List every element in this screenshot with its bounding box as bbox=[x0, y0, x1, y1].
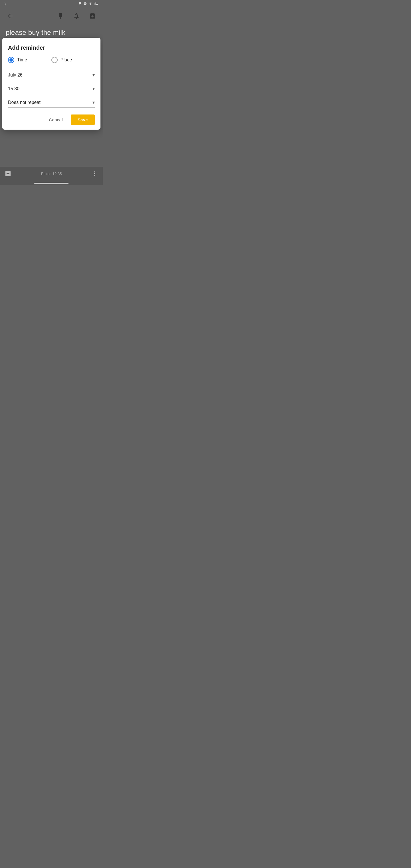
radio-time-circle bbox=[8, 57, 14, 63]
status-bar: ) bbox=[0, 0, 103, 8]
add-reminder-dialog: Add reminder Time Place July 26 ▾ bbox=[2, 38, 100, 130]
page: ) bbox=[0, 0, 103, 217]
top-bar-left bbox=[5, 10, 16, 22]
time-display: ) bbox=[5, 2, 6, 6]
time-dropdown[interactable]: 15:30 ▾ bbox=[8, 83, 95, 94]
top-bar-right bbox=[55, 10, 98, 22]
donotdisturb-icon bbox=[83, 2, 87, 6]
location-icon bbox=[78, 2, 82, 6]
cancel-button[interactable]: Cancel bbox=[43, 115, 68, 125]
repeat-dropdown[interactable]: Does not repeat ▾ bbox=[8, 96, 95, 107]
note-title: please buy the milk bbox=[6, 29, 97, 36]
bottom-bar: Edited 12:35 bbox=[0, 167, 103, 181]
radio-option-place[interactable]: Place bbox=[51, 57, 95, 63]
status-bar-left: ) bbox=[5, 2, 6, 6]
save-button[interactable]: Save bbox=[71, 115, 95, 125]
dialog-title: Add reminder bbox=[8, 44, 95, 51]
wifi-icon bbox=[89, 2, 92, 6]
add-item-button[interactable] bbox=[5, 170, 11, 177]
radio-place-circle bbox=[51, 57, 58, 63]
radio-time-label: Time bbox=[17, 57, 27, 63]
date-value: July 26 bbox=[8, 72, 23, 78]
date-field-wrapper: July 26 ▾ bbox=[8, 69, 95, 80]
radio-option-time[interactable]: Time bbox=[8, 57, 51, 63]
repeat-field-wrapper: Does not repeat ▾ bbox=[8, 96, 95, 107]
time-dropdown-arrow-icon: ▾ bbox=[92, 86, 95, 91]
signal-icon bbox=[94, 2, 98, 6]
archive-button[interactable] bbox=[87, 10, 98, 22]
time-field-wrapper: 15:30 ▾ bbox=[8, 83, 95, 94]
edited-status: Edited 12:35 bbox=[11, 172, 91, 176]
home-indicator bbox=[0, 181, 103, 185]
status-bar-right bbox=[78, 2, 98, 6]
home-bar bbox=[34, 183, 68, 184]
radio-place-label: Place bbox=[61, 57, 72, 63]
pin-button[interactable] bbox=[55, 10, 66, 22]
dialog-actions: Cancel Save bbox=[8, 115, 95, 125]
more-options-button[interactable] bbox=[91, 170, 98, 177]
repeat-value: Does not repeat bbox=[8, 100, 40, 105]
reminder-type-radio-group: Time Place bbox=[8, 57, 95, 63]
repeat-dropdown-arrow-icon: ▾ bbox=[92, 100, 95, 105]
time-value: 15:30 bbox=[8, 86, 20, 91]
date-dropdown[interactable]: July 26 ▾ bbox=[8, 69, 95, 80]
reminder-bell-button[interactable] bbox=[71, 10, 82, 22]
back-button[interactable] bbox=[5, 10, 16, 22]
date-dropdown-arrow-icon: ▾ bbox=[92, 72, 95, 78]
top-bar bbox=[0, 8, 103, 24]
